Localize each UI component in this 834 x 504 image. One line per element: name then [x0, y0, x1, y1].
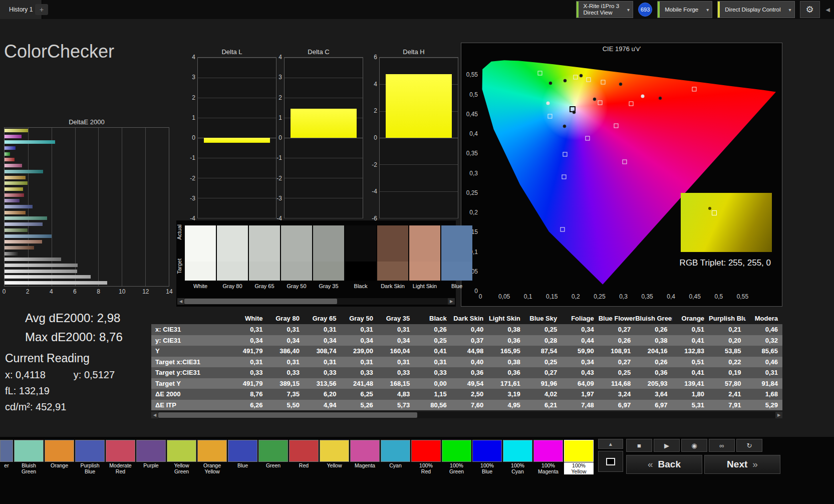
logo-button[interactable]: ◉: [681, 439, 707, 452]
swatch-gray-35[interactable]: Gray 35: [313, 225, 344, 289]
loop-button[interactable]: ↻: [736, 439, 762, 452]
patch-100-blue[interactable]: 100%Blue: [472, 440, 502, 474]
table-cell: 91,84: [746, 380, 782, 387]
column-header: Modera: [746, 315, 782, 322]
row-label: Y: [151, 347, 230, 355]
table-cell: 0,36: [488, 337, 524, 344]
scrollbar-thumb[interactable]: [184, 299, 337, 304]
swatch-white[interactable]: White: [185, 225, 216, 289]
x-tick-label: 0,4: [667, 293, 675, 300]
swatch-gray-65[interactable]: Gray 65: [249, 225, 280, 289]
pattern-window-button[interactable]: [598, 451, 623, 472]
gridline: [285, 198, 363, 198]
table-scrollbar[interactable]: ◀ ▶: [151, 412, 782, 418]
patch-purple[interactable]: Purple: [136, 440, 166, 474]
patch-purplish-blue[interactable]: PurplishBlue: [75, 440, 105, 474]
display-accent: [718, 2, 720, 18]
swatch-blue[interactable]: Blue: [441, 225, 472, 289]
swatch-gray-80[interactable]: Gray 80: [217, 225, 248, 289]
patch-color-block: [228, 440, 257, 462]
gridline: [285, 178, 363, 178]
meter-selector[interactable]: X-Rite i1Pro 3 Direct View ▾: [576, 1, 634, 18]
table-cell: 6,20: [304, 390, 341, 398]
patch-blue[interactable]: Blue: [228, 440, 257, 474]
delta-l-chart: Delta L 43210-1-2-3-4: [186, 48, 277, 218]
x-tick-label: 0,45: [689, 293, 701, 300]
collapse-panel-button[interactable]: ◀: [825, 7, 831, 13]
table-cell: 6,26: [230, 401, 267, 409]
settings-button[interactable]: ⚙: [800, 1, 820, 18]
patch-yellow[interactable]: Yellow: [320, 440, 349, 474]
workflow-selector[interactable]: Mobile Forge ▾: [657, 1, 712, 18]
patch-green[interactable]: Green: [258, 440, 288, 474]
gridline: [285, 218, 363, 218]
patch-label: er: [0, 462, 13, 474]
scrollbar-thumb[interactable]: [158, 412, 417, 418]
play-button[interactable]: ▶: [654, 439, 680, 452]
next-button[interactable]: Next »: [704, 455, 780, 474]
patch-red[interactable]: Red: [289, 440, 319, 474]
continuous-button[interactable]: ∞: [709, 439, 735, 452]
swatch-gray-50[interactable]: Gray 50: [281, 225, 312, 289]
gridline: [198, 118, 276, 118]
row-label: Target x:CIE31: [151, 358, 230, 366]
swatch-scrollbar[interactable]: ◀ ▶: [177, 298, 455, 305]
patch-100-yellow[interactable]: 100%Yellow: [564, 440, 594, 474]
table-cell: 0,31: [230, 358, 267, 366]
deltae-bar: [5, 222, 43, 226]
table-cell: 0,31: [267, 326, 304, 333]
logo-icon: ◉: [691, 442, 697, 449]
patch-color-block: [75, 440, 105, 462]
table-cell: 0,31: [230, 326, 267, 333]
scroll-left-icon[interactable]: ◀: [151, 412, 158, 418]
patch-label: 100%Yellow: [564, 462, 594, 474]
scroll-right-icon[interactable]: ▶: [448, 298, 455, 305]
y-tick-label: 0,3: [469, 170, 480, 177]
table-cell: 7,48: [562, 401, 598, 409]
back-button[interactable]: « Back: [626, 455, 702, 474]
table-cell: 239,00: [341, 347, 377, 355]
patch-moderate-red[interactable]: ModerateRed: [106, 440, 135, 474]
patch-magenta[interactable]: Magenta: [350, 440, 380, 474]
table-cell: 0,38: [635, 337, 672, 344]
patch-100-cyan[interactable]: 100%Cyan: [503, 440, 532, 474]
table-cell: 49,54: [451, 380, 488, 387]
target-point: [692, 87, 697, 92]
patch-color-block: [136, 440, 166, 462]
next-chevron-icon: »: [752, 459, 758, 470]
display-control-selector[interactable]: Direct Display Control ▾: [717, 1, 794, 18]
patch-label: 100%Blue: [472, 462, 502, 474]
patch-100-magenta[interactable]: 100%Magenta: [533, 440, 563, 474]
delta-c-title: Delta C: [273, 48, 364, 57]
patch-100-green[interactable]: 100%Green: [442, 440, 471, 474]
table-cell: 6,97: [635, 401, 672, 409]
patch-cyan[interactable]: Cyan: [381, 440, 410, 474]
patch-label: ModerateRed: [106, 462, 135, 474]
expand-patch-list-button[interactable]: ▲: [598, 439, 623, 449]
scroll-left-icon[interactable]: ◀: [177, 298, 184, 305]
swatch-dark-skin[interactable]: Dark Skin: [377, 225, 408, 289]
cie-plot: RGB Triplet: 255, 255, 0 00,050,10,150,2…: [480, 55, 776, 291]
swatch-label: Black: [345, 281, 376, 289]
patch-bluish-green[interactable]: BluishGreen: [14, 440, 44, 474]
patch-color-block: [442, 440, 471, 462]
table-cell: 0,46: [746, 358, 782, 366]
patch-orange-yellow[interactable]: OrangeYellow: [197, 440, 227, 474]
scroll-right-icon[interactable]: ▶: [775, 412, 782, 418]
patch-er[interactable]: er: [0, 440, 13, 474]
table-cell: 87,54: [525, 347, 562, 355]
table-cell: 5,26: [341, 401, 377, 409]
patch-label: Orange: [45, 462, 74, 474]
x-tick-label: 10: [119, 288, 125, 295]
patch-yellow-green[interactable]: YellowGreen: [167, 440, 196, 474]
patch-100-red[interactable]: 100%Red: [411, 440, 441, 474]
stop-button[interactable]: ■: [626, 439, 652, 452]
swatch-black[interactable]: Black: [345, 225, 376, 289]
table-cell: 0,31: [304, 358, 341, 366]
cie-title: CIE 1976 u'v': [461, 43, 782, 53]
swatch-light-skin[interactable]: Light Skin: [409, 225, 440, 289]
patch-orange[interactable]: Orange: [45, 440, 74, 474]
add-tab-button[interactable]: +: [35, 4, 48, 15]
table-cell: 0,21: [709, 326, 745, 333]
table-cell: 0,26: [599, 337, 635, 344]
